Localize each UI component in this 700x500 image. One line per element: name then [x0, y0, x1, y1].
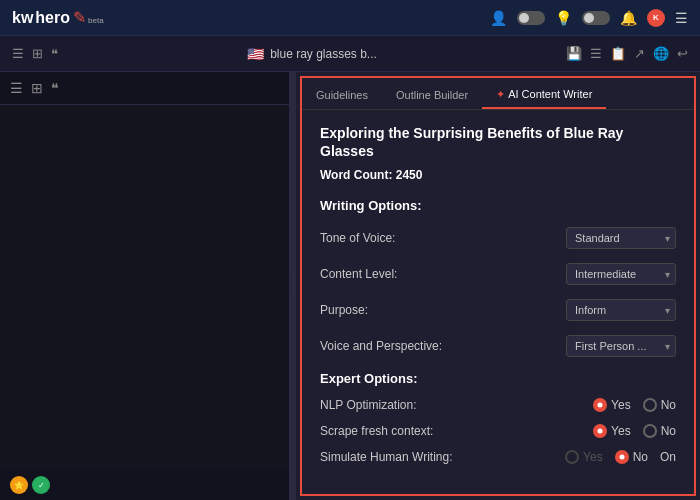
left-panel: ☰ ⊞ ❝ ⭐ ✓	[0, 72, 290, 500]
menu-icon[interactable]: ☰	[675, 10, 688, 26]
user-icon[interactable]: 👤	[490, 10, 507, 26]
left-grid-icon[interactable]: ⊞	[31, 80, 43, 96]
tone-select[interactable]: Standard Formal Casual Friendly	[566, 227, 676, 249]
right-panel: Guidelines Outline Builder ✦AI Content W…	[296, 72, 700, 500]
scrape-no-option[interactable]: No	[643, 424, 676, 438]
nlp-no-radio[interactable]	[643, 398, 657, 412]
left-editor-area[interactable]	[0, 105, 289, 470]
scrape-no-label: No	[661, 424, 676, 438]
tab-ai-content-writer[interactable]: ✦AI Content Writer	[482, 82, 606, 109]
keyword-section: 🇺🇸 blue ray glasses b...	[247, 46, 377, 62]
ai-tab-icon: ✦	[496, 88, 505, 100]
logo-kw: kw	[12, 9, 33, 27]
logo-hero: hero	[35, 9, 70, 27]
content-level-label: Content Level:	[320, 267, 397, 281]
scrape-yes-label: Yes	[611, 424, 631, 438]
second-bar-right: 💾 ☰ 📋 ↗ 🌐 ↩	[566, 46, 688, 61]
nlp-options: Yes No	[593, 398, 676, 412]
quote-icon[interactable]: ❝	[51, 46, 58, 61]
left-quote-icon[interactable]: ❝	[51, 80, 59, 96]
left-toolbar: ☰ ⊞ ❝	[0, 72, 289, 105]
content-body: Exploring the Surprising Benefits of Blu…	[302, 110, 694, 494]
nlp-yes-label: Yes	[611, 398, 631, 412]
second-bar: ☰ ⊞ ❝ 🇺🇸 blue ray glasses b... 💾 ☰ 📋 ↗ 🌐…	[0, 36, 700, 72]
bottom-badges: ⭐ ✓	[0, 470, 289, 500]
theme-toggle[interactable]	[517, 11, 545, 25]
simulate-yes-option[interactable]: Yes	[565, 450, 603, 464]
scrape-no-radio[interactable]	[643, 424, 657, 438]
article-title: Exploring the Surprising Benefits of Blu…	[320, 124, 676, 160]
logo-beta: beta	[88, 16, 104, 25]
scrape-yes-option[interactable]: Yes	[593, 424, 631, 438]
voice-perspective-label: Voice and Perspective:	[320, 339, 442, 353]
doc-icon[interactable]: 📋	[610, 46, 626, 61]
left-menu-icon[interactable]: ☰	[10, 80, 23, 96]
nlp-yes-radio[interactable]	[593, 398, 607, 412]
scrape-label: Scrape fresh context:	[320, 424, 433, 438]
avatar[interactable]: K	[647, 9, 665, 27]
tab-guidelines[interactable]: Guidelines	[302, 83, 382, 109]
keyword-text: blue ray glasses b...	[270, 47, 377, 61]
green-badge[interactable]: ✓	[32, 476, 50, 494]
word-count: Word Count: 2450	[320, 168, 676, 182]
flag-icon: 🇺🇸	[247, 46, 264, 62]
second-bar-left: ☰ ⊞ ❝	[12, 46, 58, 61]
writing-options-heading: Writing Options:	[320, 198, 676, 213]
share-icon[interactable]: ↗	[634, 46, 645, 61]
simulate-yes-label: Yes	[583, 450, 603, 464]
simulate-label: Simulate Human Writing:	[320, 450, 453, 464]
tone-of-voice-row: Tone of Voice: Standard Formal Casual Fr…	[320, 227, 676, 249]
simulate-row: Simulate Human Writing: Yes No On	[320, 450, 676, 464]
content-level-select-wrapper: Intermediate Beginner Advanced	[566, 263, 676, 285]
tab-outline-builder[interactable]: Outline Builder	[382, 83, 482, 109]
voice-perspective-row: Voice and Perspective: First Person ... …	[320, 335, 676, 357]
nlp-yes-option[interactable]: Yes	[593, 398, 631, 412]
bell-icon[interactable]: 🔔	[620, 10, 637, 26]
feature-toggle[interactable]	[582, 11, 610, 25]
voice-select-wrapper: First Person ... Second Person Third Per…	[566, 335, 676, 357]
top-nav: kw hero ✎ beta 👤 💡 🔔 K ☰	[0, 0, 700, 36]
on-label: On	[660, 450, 676, 464]
simulate-options: Yes No On	[565, 450, 676, 464]
content-level-select[interactable]: Intermediate Beginner Advanced	[566, 263, 676, 285]
tabs: Guidelines Outline Builder ✦AI Content W…	[302, 78, 694, 110]
logo-icon: ✎	[73, 8, 86, 27]
voice-select[interactable]: First Person ... Second Person Third Per…	[566, 335, 676, 357]
list-icon[interactable]: ☰	[590, 46, 602, 61]
wordpress-icon[interactable]: 🌐	[653, 46, 669, 61]
bulb-icon[interactable]: 💡	[555, 10, 572, 26]
simulate-yes-radio[interactable]	[565, 450, 579, 464]
tone-select-wrapper: Standard Formal Casual Friendly	[566, 227, 676, 249]
toggle-knob2	[584, 13, 594, 23]
scrape-options: Yes No	[593, 424, 676, 438]
tone-label: Tone of Voice:	[320, 231, 395, 245]
scrape-row: Scrape fresh context: Yes No	[320, 424, 676, 438]
simulate-no-radio[interactable]	[615, 450, 629, 464]
purpose-row: Purpose: Inform Persuade Entertain	[320, 299, 676, 321]
purpose-select-wrapper: Inform Persuade Entertain	[566, 299, 676, 321]
simulate-no-option[interactable]: No	[615, 450, 648, 464]
expert-options-heading: Expert Options:	[320, 371, 676, 386]
nav-right: 👤 💡 🔔 K ☰	[490, 9, 688, 27]
align-left-icon[interactable]: ☰	[12, 46, 24, 61]
ai-content-section: Guidelines Outline Builder ✦AI Content W…	[300, 76, 696, 496]
simulate-no-label: No	[633, 450, 648, 464]
grid-icon[interactable]: ⊞	[32, 46, 43, 61]
undo-icon[interactable]: ↩	[677, 46, 688, 61]
nlp-no-option[interactable]: No	[643, 398, 676, 412]
nlp-label: NLP Optimization:	[320, 398, 417, 412]
toggle-knob	[519, 13, 529, 23]
purpose-label: Purpose:	[320, 303, 368, 317]
save-icon[interactable]: 💾	[566, 46, 582, 61]
word-count-value: 2450	[396, 168, 423, 182]
main-layout: ☰ ⊞ ❝ ⭐ ✓ · · · Guidelines Outline Build…	[0, 72, 700, 500]
purpose-select[interactable]: Inform Persuade Entertain	[566, 299, 676, 321]
logo: kw hero ✎ beta	[12, 8, 104, 27]
scrape-yes-radio[interactable]	[593, 424, 607, 438]
nlp-no-label: No	[661, 398, 676, 412]
yellow-badge[interactable]: ⭐	[10, 476, 28, 494]
nlp-row: NLP Optimization: Yes No	[320, 398, 676, 412]
content-level-row: Content Level: Intermediate Beginner Adv…	[320, 263, 676, 285]
on-toggle: On	[660, 450, 676, 464]
